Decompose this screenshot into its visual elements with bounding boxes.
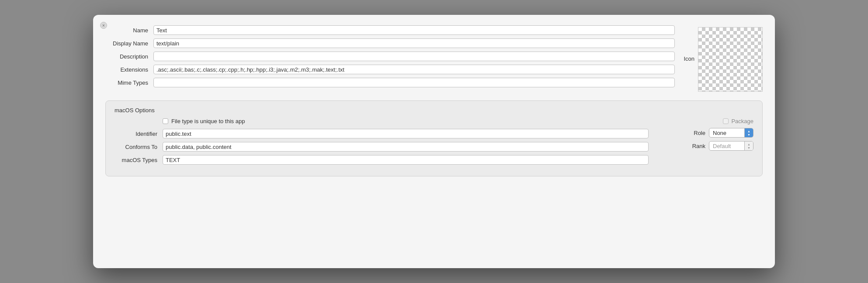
extensions-row: Extensions — [105, 65, 675, 74]
conforms-to-row: Conforms To — [115, 142, 649, 152]
icon-preview[interactable] — [698, 27, 763, 92]
rank-select[interactable]: Default ▲ ▼ — [709, 141, 753, 151]
display-name-row: Display Name — [105, 38, 675, 48]
close-icon: × — [102, 23, 105, 28]
options-right: Package Role None ▲ ▼ Rank — [657, 118, 753, 168]
role-select-arrows: ▲ ▼ — [744, 128, 753, 138]
identifier-label: Identifier — [115, 131, 163, 137]
rank-select-arrows: ▲ ▼ — [744, 141, 753, 151]
macos-options-title: macOS Options — [115, 107, 753, 114]
mime-types-row: Mime Types — [105, 78, 675, 87]
rank-arrow-up-icon: ▲ — [747, 143, 750, 146]
options-body: File type is unique to this app Identifi… — [115, 118, 753, 168]
mime-types-label: Mime Types — [105, 79, 153, 86]
options-left: File type is unique to this app Identifi… — [115, 118, 649, 168]
display-name-input[interactable] — [153, 38, 675, 48]
macos-options-section: macOS Options File type is unique to thi… — [105, 100, 763, 176]
role-label: Role — [688, 130, 705, 136]
unique-checkbox-row: File type is unique to this app — [163, 118, 649, 124]
role-arrow-down-icon: ▼ — [747, 133, 750, 136]
package-label: Package — [731, 118, 753, 124]
description-row: Description — [105, 52, 675, 61]
top-section: Name Display Name Description Extensions… — [105, 25, 763, 92]
package-row: Package — [723, 118, 753, 124]
display-name-label: Display Name — [105, 40, 153, 47]
unique-checkbox-label: File type is unique to this app — [171, 118, 245, 124]
macos-types-label: macOS Types — [115, 157, 163, 163]
dialog: × Name Display Name Description Extensio… — [93, 15, 775, 268]
identifier-input[interactable] — [163, 129, 649, 138]
name-row: Name — [105, 25, 675, 35]
rank-value: Default — [709, 143, 744, 149]
icon-label: Icon — [684, 55, 694, 62]
package-checkbox[interactable] — [723, 118, 729, 124]
name-input[interactable] — [153, 25, 675, 35]
close-button[interactable]: × — [100, 22, 107, 29]
role-value: None — [709, 130, 744, 136]
extensions-label: Extensions — [105, 66, 153, 73]
name-label: Name — [105, 27, 153, 34]
role-arrow-up-icon: ▲ — [747, 130, 750, 133]
macos-types-input[interactable] — [163, 155, 649, 165]
description-label: Description — [105, 53, 153, 60]
conforms-to-input[interactable] — [163, 142, 649, 152]
conforms-to-label: Conforms To — [115, 144, 163, 150]
rank-label: Rank — [688, 143, 705, 149]
role-select[interactable]: None ▲ ▼ — [709, 128, 753, 138]
identifier-row: Identifier — [115, 129, 649, 138]
role-row: Role None ▲ ▼ — [688, 128, 753, 138]
macos-types-row: macOS Types — [115, 155, 649, 165]
rank-row: Rank Default ▲ ▼ — [688, 141, 753, 151]
unique-checkbox[interactable] — [163, 118, 168, 124]
mime-types-input[interactable] — [153, 78, 675, 87]
rank-arrow-down-icon: ▼ — [747, 146, 750, 149]
extensions-input[interactable] — [153, 65, 675, 74]
description-input[interactable] — [153, 52, 675, 61]
form-area: Name Display Name Description Extensions… — [105, 25, 675, 92]
icon-area: Icon — [684, 25, 763, 92]
